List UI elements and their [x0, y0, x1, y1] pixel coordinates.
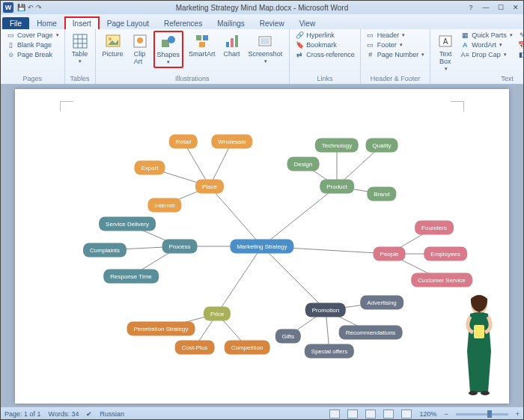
table-button[interactable]: Table▾ [69, 31, 91, 67]
zoom-in-button[interactable]: + [516, 410, 520, 418]
group-links: 🔗Hyperlink 🔖Bookmark ⇄Cross-reference Li… [290, 29, 361, 84]
node-penetration[interactable]: Penetration Strategy [127, 322, 195, 336]
zoom-slider[interactable] [456, 413, 508, 416]
signature-button[interactable]: ✎Signature Line▾ [517, 31, 524, 40]
node-service-delivery[interactable]: Service Delivery [99, 217, 156, 231]
clipart-button[interactable]: Clip Art [129, 31, 151, 67]
node-customer-service[interactable]: Customer Service [411, 273, 472, 287]
tab-review[interactable]: Review [252, 17, 292, 29]
shapes-icon [160, 34, 177, 50]
node-recommendations[interactable]: Recommendations [339, 326, 403, 340]
save-icon[interactable]: 💾 [17, 4, 25, 11]
cover-page-button[interactable]: ▭Cover Page▾ [4, 31, 61, 40]
node-quality[interactable]: Quality [366, 139, 398, 153]
node-response-time[interactable]: Response Time [103, 270, 159, 284]
node-employees[interactable]: Employees [424, 247, 467, 261]
tab-file[interactable]: File [2, 17, 29, 29]
clipart-woman[interactable] [457, 291, 502, 396]
page-break-icon: ⎊ [6, 50, 15, 59]
help-icon[interactable]: ? [463, 4, 478, 11]
blank-page-button[interactable]: ▯Blank Page [4, 40, 61, 49]
view-print-layout[interactable] [329, 410, 340, 419]
close-icon[interactable]: ✕ [508, 4, 523, 11]
node-complaints[interactable]: Complaints [83, 243, 127, 258]
smartart-button[interactable]: SmartArt [186, 31, 219, 60]
screenshot-button[interactable]: Screenshot▾ [246, 31, 286, 67]
crossref-icon: ⇄ [295, 50, 304, 59]
node-process[interactable]: Process [162, 240, 198, 254]
page-number-button[interactable]: #Page Number▾ [365, 50, 427, 59]
status-words[interactable]: Words: 34 [49, 410, 79, 418]
node-retail[interactable]: Retail [169, 135, 198, 149]
node-wholesale[interactable]: Wholesale [211, 135, 252, 149]
mindmap-diagram[interactable]: Marketing Strategy Place Export Retail W… [15, 89, 509, 404]
wordart-button[interactable]: AWordArt▾ [459, 40, 514, 49]
quickparts-icon: ▦ [460, 31, 469, 40]
object-button[interactable]: ◧Object▾ [517, 50, 524, 59]
footer-icon: ▭ [366, 40, 375, 49]
view-web[interactable] [365, 410, 376, 419]
node-export[interactable]: Export [134, 161, 165, 175]
svg-point-6 [109, 37, 112, 40]
tab-references[interactable]: References [156, 17, 210, 29]
hyperlink-button[interactable]: 🔗Hyperlink [293, 31, 356, 40]
tab-page-layout[interactable]: Page Layout [100, 17, 156, 29]
svg-rect-13 [199, 42, 205, 47]
tab-insert[interactable]: Insert [64, 16, 100, 29]
header-button[interactable]: ▭Header▾ [365, 31, 427, 40]
maximize-icon[interactable]: ☐ [493, 4, 508, 11]
node-promotion[interactable]: Promotion [305, 303, 346, 317]
status-proofing-icon[interactable]: ✔ [86, 410, 92, 418]
node-costplus[interactable]: Cost-Plus [175, 341, 215, 355]
chart-button[interactable]: Chart [221, 31, 243, 60]
view-fullscreen[interactable] [347, 410, 358, 419]
node-gifts[interactable]: Gifts [275, 329, 301, 344]
node-people[interactable]: People [374, 247, 406, 261]
undo-icon[interactable]: ↶ [28, 4, 34, 11]
node-internet[interactable]: Internet [147, 198, 181, 213]
page-break-button[interactable]: ⎊Page Break [4, 50, 61, 59]
group-label-text: Text [434, 74, 524, 82]
status-language[interactable]: Russian [100, 410, 124, 418]
node-brand[interactable]: Brand [367, 187, 396, 201]
tab-mailings[interactable]: Mailings [210, 17, 252, 29]
word-app-icon: W [3, 2, 13, 13]
node-technology[interactable]: Technology [315, 139, 359, 153]
title-bar: W 💾 ↶ ↷ Marketing Strategy Mind Map.docx… [1, 1, 523, 14]
picture-button[interactable]: Picture [100, 31, 127, 60]
zoom-out-button[interactable]: − [444, 410, 448, 418]
status-page[interactable]: Page: 1 of 1 [4, 410, 41, 418]
datetime-button[interactable]: 📅Date & Time [517, 40, 524, 49]
node-design[interactable]: Design [287, 157, 320, 171]
node-special-offers[interactable]: Special offers [305, 344, 354, 359]
node-founders[interactable]: Founders [415, 221, 454, 235]
minimize-icon[interactable]: — [478, 4, 493, 11]
quickparts-button[interactable]: ▦Quick Parts▾ [459, 31, 514, 40]
signature-icon: ✎ [518, 31, 524, 40]
footer-button[interactable]: ▭Footer▾ [365, 40, 427, 49]
node-product[interactable]: Product [320, 180, 354, 194]
node-price[interactable]: Price [204, 307, 231, 321]
shapes-button[interactable]: Shapes▾ [153, 31, 184, 68]
svg-text:A: A [443, 37, 448, 46]
status-zoom[interactable]: 120% [419, 410, 436, 418]
tab-view[interactable]: View [292, 17, 323, 29]
tab-home[interactable]: Home [29, 17, 64, 29]
smartart-icon [194, 33, 210, 49]
chart-icon [224, 33, 240, 49]
node-competition[interactable]: Competition [225, 341, 270, 355]
bookmark-button[interactable]: 🔖Bookmark [293, 40, 356, 49]
document-page[interactable]: Marketing Strategy Place Export Retail W… [15, 89, 509, 404]
crossref-button[interactable]: ⇄Cross-reference [293, 50, 356, 59]
document-workspace[interactable]: Marketing Strategy Place Export Retail W… [1, 85, 523, 407]
svg-line-21 [210, 186, 262, 246]
dropcap-button[interactable]: A≡Drop Cap▾ [459, 50, 514, 59]
node-place[interactable]: Place [195, 180, 224, 194]
quick-access-toolbar[interactable]: 💾 ↶ ↷ [17, 4, 42, 11]
view-outline[interactable] [383, 410, 394, 419]
node-advertising[interactable]: Advertising [360, 296, 403, 310]
redo-icon[interactable]: ↷ [36, 4, 42, 11]
textbox-button[interactable]: AText Box▾ [434, 31, 457, 74]
node-center[interactable]: Marketing Strategy [230, 240, 293, 254]
view-draft[interactable] [401, 410, 412, 419]
